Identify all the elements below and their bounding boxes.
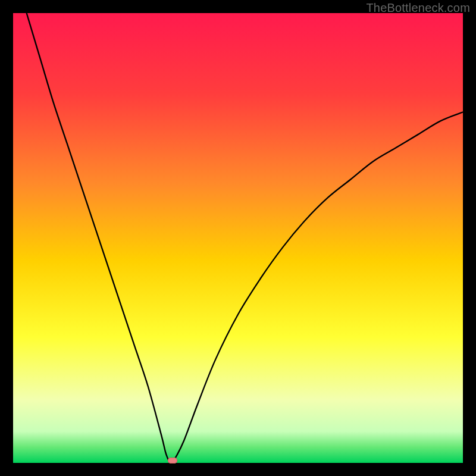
bottleneck-plot: [13, 13, 463, 463]
watermark-text: TheBottleneck.com: [366, 1, 470, 15]
optimal-marker: [168, 458, 177, 464]
chart-frame: [13, 13, 463, 463]
gradient-background: [13, 13, 463, 463]
